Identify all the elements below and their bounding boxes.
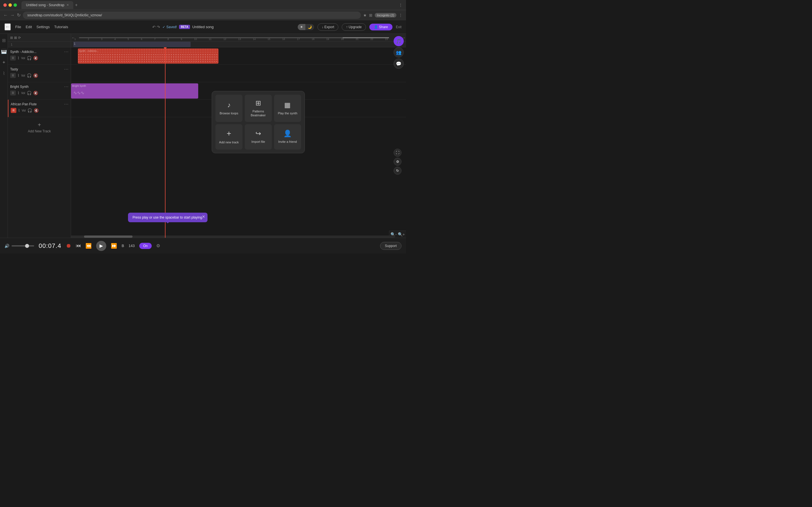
- transport-settings-button[interactable]: ⚙: [156, 243, 160, 248]
- headphone-icon-0[interactable]: 🎧: [27, 56, 32, 60]
- track-lane-0[interactable]: Synth - Addictio...: [71, 47, 406, 65]
- active-tab[interactable]: Untitled song - Soundtrap ✕: [21, 1, 73, 9]
- new-tab-button[interactable]: +: [75, 3, 78, 8]
- scrollbar-thumb[interactable]: [84, 235, 133, 238]
- record-btn-3[interactable]: R: [11, 108, 16, 113]
- rewind-button[interactable]: ⏪: [86, 243, 92, 249]
- tab-close-button[interactable]: ✕: [66, 3, 69, 6]
- sidebar-icon-tracks[interactable]: ⊞: [0, 36, 7, 45]
- redo-button[interactable]: ↷: [157, 25, 160, 29]
- play-pause-button[interactable]: ▶: [96, 241, 106, 251]
- add-new-track-button[interactable]: + Add New Track: [8, 117, 71, 138]
- exit-button[interactable]: Exit: [396, 25, 402, 29]
- popup-invite-friend[interactable]: 👤 Invite a friend: [274, 124, 301, 150]
- tab-bar: Untitled song - Soundtrap ✕ +: [21, 1, 396, 9]
- import-file-label: Import file: [252, 140, 265, 144]
- dark-theme-button[interactable]: 🌙: [305, 24, 314, 30]
- record-button[interactable]: ⏺: [66, 242, 71, 249]
- chrome-menu-icon[interactable]: ⋮: [399, 3, 403, 7]
- record-btn-0[interactable]: R: [10, 55, 16, 61]
- back-nav-button[interactable]: ←: [3, 13, 8, 18]
- collaborators-button[interactable]: 👥: [394, 47, 404, 57]
- track-header-1: Tasty ⋯ R ⌇ Vol 🎧 🔇: [8, 65, 71, 82]
- share-button[interactable]: 👤 Share: [369, 24, 393, 31]
- vol-icon-2[interactable]: Vol: [21, 92, 25, 95]
- midi-icon-1[interactable]: ⌇: [17, 73, 19, 78]
- reload-button[interactable]: ↻: [17, 12, 20, 18]
- sidebar-icon-effects[interactable]: ✦: [0, 58, 7, 67]
- playhead[interactable]: [165, 47, 165, 238]
- menu-edit[interactable]: Edit: [26, 25, 32, 29]
- volume-slider[interactable]: [11, 245, 34, 246]
- menu-file[interactable]: File: [15, 25, 21, 29]
- track-more-3[interactable]: ⋯: [64, 101, 68, 107]
- extensions-icon[interactable]: ⊞: [369, 13, 372, 17]
- chrome-more-icon[interactable]: ⋮: [399, 13, 403, 17]
- mute-icon-1[interactable]: 🔇: [33, 73, 38, 78]
- track-name-0[interactable]: Synth - Addictio...: [10, 50, 36, 54]
- record-btn-2[interactable]: R: [10, 91, 16, 96]
- refresh-button[interactable]: ↻: [394, 167, 402, 175]
- track-name-1[interactable]: Tasty: [10, 67, 18, 71]
- mute-icon-2[interactable]: 🔇: [33, 91, 38, 95]
- close-window-button[interactable]: [3, 3, 7, 7]
- undo-button[interactable]: ↶: [152, 25, 156, 29]
- tooltip-close-button[interactable]: ✕: [202, 214, 205, 219]
- headphone-icon-1[interactable]: 🎧: [27, 73, 32, 78]
- address-bar[interactable]: [23, 11, 361, 19]
- midi-icon-3[interactable]: ⌇: [18, 108, 20, 113]
- vol-icon-0[interactable]: Vol: [21, 57, 25, 60]
- export-button[interactable]: ↓ Export: [317, 23, 338, 31]
- mute-icon-3[interactable]: 🔇: [34, 108, 39, 113]
- record-btn-1[interactable]: R: [10, 73, 16, 78]
- chat-button[interactable]: 💬: [394, 59, 404, 69]
- headphone-icon-2[interactable]: 🎧: [27, 91, 32, 95]
- skip-back-button[interactable]: ⏮: [76, 243, 81, 249]
- fast-forward-button[interactable]: ⏩: [111, 243, 117, 249]
- key-signature[interactable]: B: [121, 244, 124, 248]
- track-more-1[interactable]: ⋯: [64, 66, 68, 72]
- invite-friend-icon: 👤: [283, 129, 292, 137]
- minimize-window-button[interactable]: [8, 3, 12, 7]
- upgrade-button[interactable]: ↑ Upgrade: [342, 23, 366, 31]
- settings-panel-button[interactable]: ⚙: [394, 158, 402, 166]
- track-lane-1[interactable]: [71, 65, 406, 82]
- clip-2[interactable]: Bright Synth ∿∿∿: [71, 83, 198, 99]
- maximize-window-button[interactable]: [13, 3, 17, 7]
- track-area: ⊞ ⊠ ⟳ 1 Synth - Addictio... ⋯: [8, 34, 406, 238]
- zoom-in-button[interactable]: 🔍+: [398, 232, 405, 237]
- track-name-2[interactable]: Bright Synth: [10, 85, 29, 89]
- light-theme-button[interactable]: ☀: [298, 24, 305, 30]
- vol-icon-1[interactable]: Vol: [21, 74, 25, 77]
- back-button[interactable]: ←: [4, 23, 11, 31]
- sidebar-icon-midi[interactable]: ⌇: [1, 69, 7, 78]
- fullscreen-button[interactable]: ⛶: [394, 149, 402, 157]
- volume-thumb[interactable]: [25, 244, 29, 248]
- forward-nav-button[interactable]: →: [10, 13, 15, 18]
- support-button[interactable]: Support: [380, 242, 402, 250]
- menu-settings[interactable]: Settings: [36, 25, 50, 29]
- bookmark-icon[interactable]: ★: [363, 13, 367, 17]
- sidebar-icon-instruments[interactable]: 🎹: [0, 47, 8, 56]
- popup-play-synth[interactable]: ▦ Play the synth: [274, 95, 301, 122]
- track-name-3[interactable]: African Pan Flute: [11, 102, 37, 106]
- bpm-display[interactable]: 143: [129, 244, 135, 248]
- vol-icon-3[interactable]: Vol: [22, 109, 26, 112]
- popup-patterns-beatmaker[interactable]: ⊞ Patterns Beatmaker: [245, 95, 272, 122]
- headphone-icon-3[interactable]: 🎧: [28, 108, 32, 113]
- menu-tutorials[interactable]: Tutorials: [54, 25, 68, 29]
- metronome-on-button[interactable]: On: [139, 243, 152, 249]
- clip-0[interactable]: Synth - Addictio...: [78, 48, 218, 64]
- horizontal-scrollbar[interactable]: [71, 235, 395, 238]
- popup-add-new-track[interactable]: + Add new track: [215, 124, 243, 150]
- song-title[interactable]: Untitled song: [192, 25, 214, 29]
- track-more-0[interactable]: ⋯: [64, 49, 68, 54]
- mute-icon-0[interactable]: 🔇: [33, 56, 38, 60]
- popup-import-file[interactable]: ↪ Import file: [245, 124, 272, 150]
- midi-icon-2[interactable]: ⌇: [17, 91, 19, 95]
- popup-browse-loops[interactable]: ♪ Browse loops: [215, 95, 243, 122]
- track-more-2[interactable]: ⋯: [64, 84, 68, 89]
- soundtrap-logo-button[interactable]: 🎵: [394, 36, 404, 46]
- loop-region-bar[interactable]: 1: [71, 42, 406, 47]
- midi-icon-0[interactable]: ⌇: [17, 56, 19, 60]
